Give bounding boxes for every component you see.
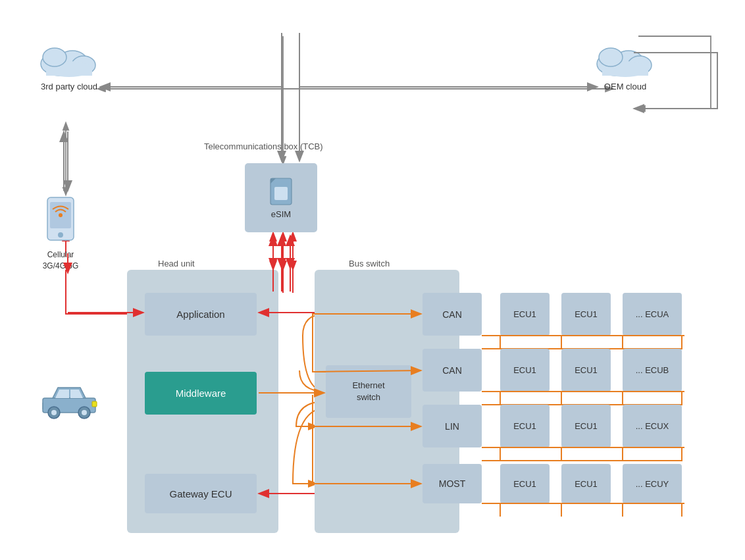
head-unit-label: Head unit — [158, 259, 195, 268]
lin-box: LIN — [423, 405, 482, 447]
can2-box: CAN — [423, 349, 482, 392]
ecu1-r4-c1: ECU1 — [500, 464, 550, 503]
can1-box: CAN — [423, 293, 482, 336]
cloud-shape-third-party — [36, 36, 102, 79]
oem-cloud-label: OEM cloud — [604, 82, 646, 91]
svg-point-34 — [59, 213, 63, 217]
esim-icon — [268, 177, 294, 207]
svg-rect-30 — [274, 187, 288, 200]
svg-rect-27 — [602, 68, 648, 76]
oem-cloud: OEM cloud — [592, 36, 658, 91]
svg-point-38 — [51, 410, 57, 415]
third-party-cloud: 3rd party cloud — [36, 36, 102, 91]
car-svg — [39, 378, 99, 421]
svg-point-22 — [43, 48, 66, 66]
ecu1-r2-c2: ECU1 — [561, 349, 611, 392]
esim-label: eSIM — [271, 209, 291, 219]
svg-point-28 — [599, 48, 623, 66]
ecub-box: ... ECUB — [623, 349, 682, 392]
most-box: MOST — [423, 464, 482, 503]
ecu1-r3-c1: ECU1 — [500, 405, 550, 447]
svg-rect-21 — [46, 68, 92, 76]
cloud-shape-oem — [592, 36, 658, 79]
ecu1-r1-c2: ECU1 — [561, 293, 611, 336]
svg-rect-41 — [92, 401, 97, 407]
bus-switch-label: Bus switch — [349, 259, 390, 268]
ecu1-r1-c1: ECU1 — [500, 293, 550, 336]
svg-point-40 — [82, 410, 87, 415]
ecua-box: ... ECUA — [623, 293, 682, 336]
ecu1-r3-c2: ECU1 — [561, 405, 611, 447]
esim-box: eSIM — [245, 163, 317, 232]
tcb-label: Telecommunications box (TCB) — [204, 141, 323, 151]
ecu1-r2-c1: ECU1 — [500, 349, 550, 392]
application-box: Application — [145, 293, 257, 336]
cellular-label: Cellular3G/4G/5G — [41, 249, 80, 272]
diagram-container: 3rd party cloud OEM cloud Telecommunicat… — [0, 0, 745, 560]
car-icon — [39, 378, 99, 424]
ecux-box: ... ECUX — [623, 405, 682, 447]
ethernet-switch-box: Ethernetswitch — [326, 365, 411, 418]
third-party-cloud-label: 3rd party cloud — [41, 82, 97, 91]
cellular-device: Cellular3G/4G/5G — [41, 194, 80, 272]
ecu1-r4-c2: ECU1 — [561, 464, 611, 503]
gateway-ecu-box: Gateway ECU — [145, 474, 257, 513]
cellular-icon — [41, 194, 80, 247]
middleware-box: Middleware — [145, 372, 257, 415]
ecuy-box: ... ECUY — [623, 464, 682, 503]
svg-point-35 — [58, 232, 63, 238]
